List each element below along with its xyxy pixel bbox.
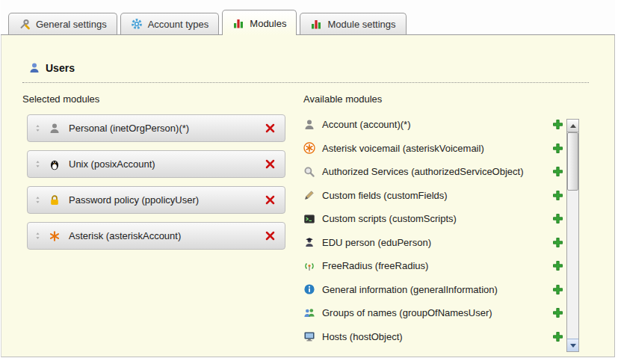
module-label: Custom fields (customFields) — [322, 190, 552, 201]
available-module-row: Account (account)(*) — [303, 113, 563, 137]
remove-module-button[interactable] — [265, 158, 276, 170]
module-label: Account (account)(*) — [322, 119, 552, 130]
group-icon — [303, 307, 315, 319]
tab-label: Module settings — [327, 19, 395, 30]
selected-module-row: Personal (inetOrgPerson)(*) — [27, 114, 285, 142]
module-label: EDU person (eduPerson) — [322, 237, 552, 248]
module-label: Authorized Services (authorizedServiceOb… — [322, 166, 552, 177]
pencil-icon — [303, 189, 315, 201]
scrollbar-track[interactable] — [567, 132, 578, 339]
available-module-row: Groups of names (groupOfNamesUser) — [303, 301, 563, 325]
scroll-up-button[interactable] — [567, 120, 578, 132]
add-module-button[interactable] — [552, 307, 563, 318]
add-module-button[interactable] — [552, 331, 563, 342]
tab-modules[interactable]: Modules — [222, 10, 297, 35]
remove-module-button[interactable] — [265, 194, 276, 206]
add-module-button[interactable] — [552, 237, 563, 248]
lam-configuration-page: General settings Account types Modules M… — [0, 0, 618, 364]
magnifier-icon — [303, 166, 315, 178]
drag-handle-icon[interactable] — [34, 230, 42, 241]
add-module-button[interactable] — [552, 190, 563, 201]
plus-icon — [552, 284, 563, 295]
scrollbar-thumb[interactable] — [567, 132, 578, 191]
tab-label: Modules — [250, 18, 286, 29]
add-module-button[interactable] — [552, 284, 563, 295]
section-title: Users — [46, 62, 75, 74]
remove-module-button[interactable] — [265, 123, 276, 134]
available-modules-heading: Available modules — [303, 93, 382, 105]
selected-module-row: Unix (posixAccount) — [27, 150, 285, 178]
plus-icon — [552, 143, 563, 154]
available-modules-list: Account (account)(*) Asterisk voicemail … — [303, 113, 563, 348]
plus-icon — [552, 119, 563, 130]
tab-account-types[interactable]: Account types — [120, 13, 220, 34]
drag-handle-icon[interactable] — [34, 194, 42, 206]
plus-icon — [552, 166, 563, 177]
person-icon — [49, 123, 61, 135]
delete-icon — [265, 123, 276, 134]
plus-icon — [552, 307, 563, 318]
add-module-button[interactable] — [552, 119, 563, 130]
plus-icon — [552, 190, 563, 201]
selected-modules-list: Personal (inetOrgPerson)(*) Unix (posixA… — [27, 114, 285, 258]
available-module-row: Custom fields (customFields) — [303, 184, 563, 208]
module-label: General information (generalInformation) — [322, 284, 552, 295]
section-divider — [22, 82, 589, 83]
tab-label: General settings — [36, 19, 107, 30]
module-label: Password policy (ppolicyUser) — [69, 194, 265, 206]
plus-icon — [552, 331, 563, 342]
plus-icon — [552, 260, 563, 271]
bar-chart-icon — [310, 18, 322, 30]
module-label: Asterisk (asteriskAccount) — [69, 230, 265, 241]
available-module-row: FreeRadius (freeRadius) — [303, 254, 563, 278]
drag-handle-icon[interactable] — [34, 123, 42, 134]
selected-modules-heading: Selected modules — [22, 93, 99, 105]
info-icon — [303, 283, 315, 295]
module-label: FreeRadius (freeRadius) — [322, 260, 552, 271]
module-label: Personal (inetOrgPerson)(*) — [69, 123, 265, 134]
tab-module-settings[interactable]: Module settings — [300, 13, 406, 34]
remove-module-button[interactable] — [265, 230, 276, 241]
users-section-heading: Users — [28, 62, 75, 74]
available-module-row: Authorized Services (authorizedServiceOb… — [303, 160, 563, 184]
arrow-up-icon — [570, 124, 576, 128]
graduate-icon — [303, 236, 315, 248]
add-module-button[interactable] — [552, 166, 563, 177]
tab-strip: General settings Account types Modules M… — [1, 0, 615, 35]
selected-module-row: Password policy (ppolicyUser) — [27, 186, 285, 214]
add-module-button[interactable] — [552, 213, 563, 224]
add-module-button[interactable] — [552, 143, 563, 154]
module-label: Hosts (hostObject) — [322, 331, 552, 342]
asterisk-icon — [49, 230, 61, 242]
available-module-row: Custom scripts (customScripts) — [303, 207, 563, 231]
available-module-row: General information (generalInformation) — [303, 278, 563, 302]
delete-icon — [265, 230, 276, 241]
module-label: Groups of names (groupOfNamesUser) — [322, 307, 552, 318]
available-module-row: Hosts (hostObject) — [303, 325, 563, 349]
delete-icon — [265, 194, 276, 206]
tab-general-settings[interactable]: General settings — [8, 13, 117, 34]
gear-icon — [131, 18, 143, 30]
arrow-down-icon — [570, 344, 576, 348]
plus-icon — [552, 237, 563, 248]
delete-icon — [265, 158, 276, 170]
tools-icon — [19, 18, 31, 30]
bar-chart-icon — [232, 17, 244, 29]
penguin-icon — [49, 158, 61, 170]
tab-bar: General settings Account types Modules M… — [1, 0, 615, 35]
user-icon — [28, 62, 40, 74]
module-label: Asterisk voicemail (asteriskVoicemail) — [322, 143, 552, 154]
tab-label: Account types — [148, 19, 209, 30]
module-label: Unix (posixAccount) — [69, 158, 265, 170]
drag-handle-icon[interactable] — [34, 158, 42, 170]
scroll-down-button[interactable] — [567, 339, 578, 351]
vertical-scrollbar[interactable] — [566, 119, 579, 352]
available-module-row: EDU person (eduPerson) — [303, 231, 563, 255]
available-module-row: Asterisk voicemail (asteriskVoicemail) — [303, 137, 563, 161]
terminal-icon — [303, 213, 315, 225]
lock-icon — [49, 194, 61, 206]
asterisk-circle-icon — [303, 142, 315, 154]
plus-icon — [552, 213, 563, 224]
add-module-button[interactable] — [552, 260, 563, 271]
computer-icon — [303, 330, 315, 342]
